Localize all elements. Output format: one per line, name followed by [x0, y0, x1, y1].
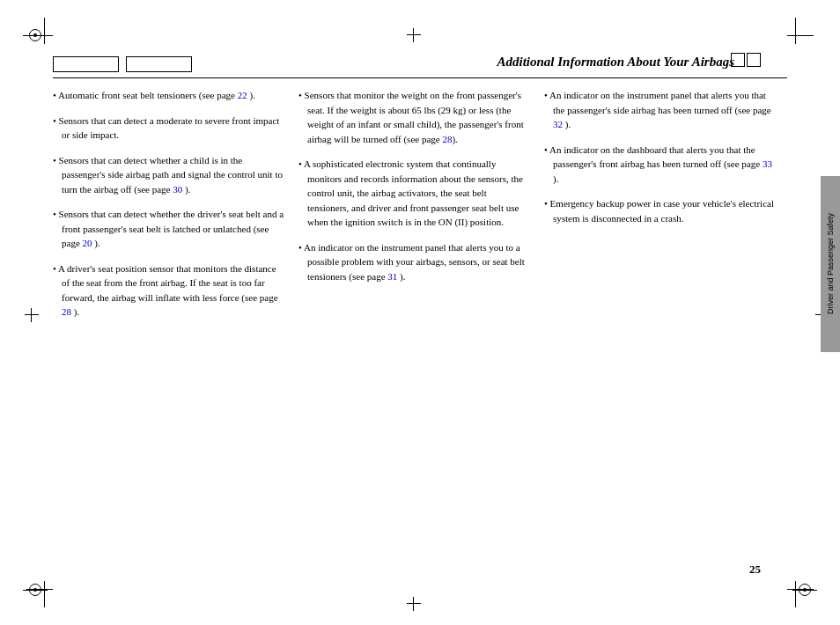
list-item: An indicator on the instrument panel tha… — [544, 88, 776, 132]
top-right-squares — [731, 53, 761, 67]
page-link[interactable]: 20 — [83, 238, 92, 248]
page-link[interactable]: 28 — [442, 134, 452, 144]
list-item: A sophisticated electronic system that c… — [298, 157, 530, 230]
list-item: A driver's seat position sensor that mon… — [53, 261, 284, 320]
crop-mark-tr-h — [787, 35, 814, 36]
list-item: Automatic front seat belt tensioners (se… — [53, 88, 284, 103]
page-link[interactable]: 31 — [387, 271, 397, 282]
header-line — [53, 77, 787, 78]
header-box-2 — [126, 56, 192, 72]
page-link[interactable]: 32 — [553, 119, 563, 129]
registration-mark-br — [799, 584, 811, 596]
header-boxes — [53, 56, 192, 72]
tr-square-2 — [747, 53, 761, 67]
page-link[interactable]: 30 — [173, 184, 182, 195]
page-link[interactable]: 33 — [763, 158, 772, 169]
header-box-1 — [53, 56, 119, 72]
registration-mark-bl — [29, 584, 41, 596]
list-item: An indicator on the dashboard that alert… — [544, 143, 776, 187]
registration-mark-tl — [29, 29, 41, 41]
list-item: Emergency backup power in case your vehi… — [544, 196, 776, 225]
content-area: Automatic front seat belt tensioners (se… — [53, 88, 783, 572]
sidebar-tab-label: Driver and Passenger Safety — [826, 213, 835, 314]
column-3: An indicator on the instrument panel tha… — [537, 88, 783, 572]
page-link[interactable]: 28 — [62, 306, 71, 317]
crop-mark-bl-v — [44, 581, 45, 607]
page-link[interactable]: 22 — [238, 90, 247, 100]
page-number: 25 — [749, 562, 761, 577]
crop-mark-tl-v — [44, 18, 45, 44]
list-item: Sensors that can detect whether a child … — [53, 153, 284, 197]
list-item: Sensors that monitor the weight on the f… — [298, 88, 530, 146]
column-2: Sensors that monitor the weight on the f… — [291, 88, 537, 572]
crop-mark-br-v — [795, 581, 796, 607]
page-title: Additional Information About Your Airbag… — [497, 55, 734, 70]
crop-mark-tr-v — [795, 18, 796, 44]
list-item: An indicator on the instrument panel tha… — [298, 240, 530, 284]
column-1: Automatic front seat belt tensioners (se… — [53, 88, 291, 572]
sidebar-tab: Driver and Passenger Safety — [821, 176, 840, 352]
list-item: Sensors that can detect a moderate to se… — [53, 114, 284, 143]
list-item: Sensors that can detect whether the driv… — [53, 207, 284, 251]
